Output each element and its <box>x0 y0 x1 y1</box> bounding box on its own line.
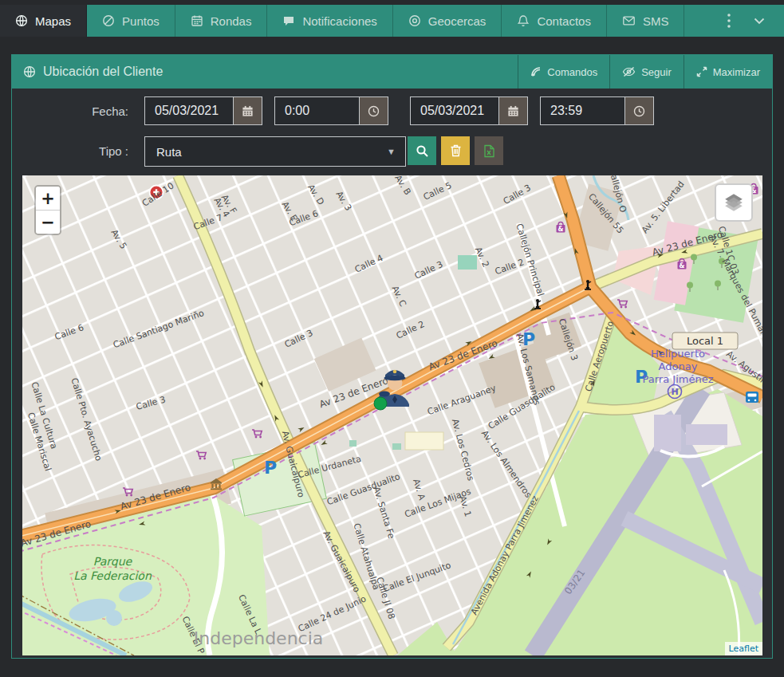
bell-icon <box>517 14 530 27</box>
tipo-select[interactable]: Ruta ▼ <box>144 136 406 167</box>
layers-control[interactable] <box>715 183 753 222</box>
eye-slash-icon <box>622 66 636 77</box>
comandos-button[interactable]: Comandos <box>518 55 609 89</box>
time-from-clock-button[interactable] <box>359 96 388 125</box>
tab-label: Rondas <box>211 14 252 28</box>
search-icon <box>416 144 429 158</box>
client-location-panel: Ubicación del Cliente Comandos Seguir Ma… <box>11 54 773 659</box>
maximizar-label: Maximizar <box>713 66 760 78</box>
calendar-icon <box>242 105 254 117</box>
tab-puntos[interactable]: Puntos <box>87 5 175 37</box>
zoom-control: + − <box>34 185 61 235</box>
select-caret-icon: ▼ <box>387 147 396 156</box>
bus-icon <box>746 392 758 403</box>
circle-slash-icon <box>102 14 115 27</box>
parkingP-icon <box>264 458 277 478</box>
panel-header: Ubicación del Cliente Comandos Seguir Ma… <box>12 55 772 89</box>
date-to-calendar-button[interactable] <box>498 96 528 125</box>
tab-mapas[interactable]: Mapas <box>0 5 87 37</box>
date-to-input[interactable]: 05/03/2021 <box>410 96 498 125</box>
calendar-icon <box>507 105 519 117</box>
excel-file-icon <box>483 144 495 158</box>
leaflet-attribution[interactable]: Leaflet <box>725 642 762 655</box>
trash-icon <box>450 144 462 157</box>
street-label: Independencia <box>194 628 324 648</box>
maximizar-button[interactable]: Maximizar <box>684 55 772 89</box>
envelope-icon <box>622 14 636 27</box>
street-label: Parque <box>93 555 133 568</box>
time-to-input[interactable]: 23:59 <box>540 96 624 125</box>
tipo-label: Tipo : <box>23 144 128 158</box>
local-1-tooltip: Local 1 <box>672 333 738 349</box>
time-from-input[interactable]: 0:00 <box>274 96 359 125</box>
panel-actions: Comandos Seguir Maximizar <box>518 55 772 89</box>
calendar-icon <box>191 14 203 27</box>
date-from-calendar-button[interactable] <box>233 96 262 125</box>
map-canvas[interactable]: & P H <box>22 175 762 655</box>
street-label: La Federacion <box>73 569 152 582</box>
top-navbar: Mapas Puntos Rondas Notificaciones Geoce… <box>0 5 784 37</box>
tipo-value: Ruta <box>156 145 182 159</box>
kebab-menu-icon[interactable] <box>727 13 731 29</box>
local-1-label: Local 1 <box>687 335 723 347</box>
nav-overflow <box>727 5 784 37</box>
tab-label: Contactos <box>537 14 591 28</box>
map-tiles: & P H <box>22 175 762 655</box>
time-to-group: 23:59 <box>540 96 654 125</box>
date-from-input[interactable]: 05/03/2021 <box>144 96 233 125</box>
tab-rondas[interactable]: Rondas <box>175 5 268 37</box>
comment-icon <box>282 14 295 27</box>
expand-icon <box>696 66 707 77</box>
tab-label: SMS <box>643 14 669 28</box>
seguir-label: Seguir <box>641 66 672 78</box>
status-dot-green <box>374 397 387 410</box>
tab-geocercas[interactable]: Geocercas <box>393 5 502 37</box>
tab-sms[interactable]: SMS <box>607 5 685 37</box>
time-from-group: 0:00 <box>274 96 388 125</box>
panel-title: Ubicación del Cliente <box>43 65 163 79</box>
tab-contactos[interactable]: Contactos <box>502 5 607 37</box>
layers-icon <box>723 192 744 213</box>
panel-title-wrap: Ubicación del Cliente <box>12 55 163 89</box>
tab-label: Mapas <box>35 14 71 28</box>
globe-icon <box>23 65 36 78</box>
fecha-label: Fecha: <box>23 104 128 118</box>
tab-label: Notificaciones <box>302 14 376 28</box>
clock-icon <box>633 105 645 117</box>
zoom-out-button[interactable]: − <box>36 211 60 234</box>
street-label: Parra Jiménez <box>643 373 714 385</box>
chevron-down-icon[interactable] <box>754 18 765 25</box>
rss-icon <box>530 66 542 77</box>
search-button[interactable] <box>408 136 436 165</box>
tab-label: Puntos <box>122 14 160 28</box>
globe-icon <box>15 14 28 27</box>
date-to-group: 05/03/2021 <box>410 96 528 125</box>
tab-notificaciones[interactable]: Notificaciones <box>267 5 392 37</box>
zoom-in-button[interactable]: + <box>36 187 60 211</box>
street-label: Adonay <box>659 360 698 372</box>
date-from-group: 05/03/2021 <box>144 96 262 125</box>
export-excel-button[interactable] <box>475 136 503 165</box>
clock-icon <box>368 105 380 117</box>
geofence-icon <box>408 14 421 27</box>
delete-button[interactable] <box>441 136 470 165</box>
seguir-button[interactable]: Seguir <box>609 55 684 89</box>
time-to-clock-button[interactable] <box>624 96 654 125</box>
comandos-label: Comandos <box>547 66 597 78</box>
tab-label: Geocercas <box>428 14 487 28</box>
